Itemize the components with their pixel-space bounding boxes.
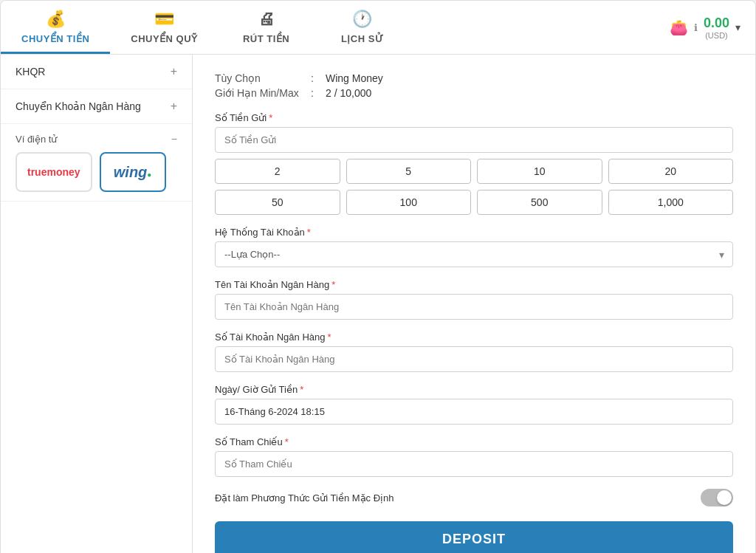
balance-currency: (USD) [704, 31, 729, 40]
balance-amount: 0.00 [704, 16, 729, 30]
quick-amounts-grid: 2 5 10 20 50 100 500 1,000 [215, 159, 733, 215]
balance-display: 0.00 (USD) [704, 16, 729, 40]
sidebar-item-chuyen-khoan[interactable]: Chuyển Khoản Ngân Hàng + [1, 89, 192, 124]
gioi-han-colon: : [311, 87, 326, 99]
amount-btn-20[interactable]: 20 [608, 159, 734, 184]
sidebar-wallet-section: Ví điện tử − truemoney wing● [1, 124, 192, 202]
wallet-options: truemoney wing● [16, 152, 177, 192]
tab-chuyen-quy-label: CHUYỂN QUỸ [131, 33, 197, 44]
tab-chuyen-tien[interactable]: 💰 CHUYỂN TIỀN [1, 1, 110, 54]
so-tai-khoan-input[interactable] [215, 346, 733, 372]
ten-tai-khoan-group: Tên Tài Khoản Ngân Hàng* [215, 279, 733, 320]
gioi-han-value: 2 / 10,000 [326, 87, 371, 99]
ngay-gio-input[interactable] [215, 399, 733, 425]
truemoney-label: truemoney [27, 166, 80, 178]
he-thong-select-wrap: --Lựa Chọn-- ▾ [215, 241, 733, 267]
rut-tien-icon: 🖨 [258, 10, 275, 29]
wallet-section-toggle-icon[interactable]: − [171, 133, 177, 145]
default-method-toggle[interactable] [701, 489, 733, 506]
so-tham-chieu-group: Số Tham Chiếu* [215, 436, 733, 477]
tuy-chon-row: Tùy Chọn : Wing Money [215, 72, 733, 84]
sidebar-chuyen-khoan-add-icon: + [171, 100, 177, 113]
balance-chevron-icon[interactable]: ▾ [735, 21, 740, 33]
info-icon[interactable]: ℹ [694, 22, 698, 33]
he-thong-group: Hệ Thống Tài Khoản* --Lựa Chọn-- ▾ [215, 227, 733, 267]
sidebar-khqr-add-icon: + [171, 65, 177, 78]
so-tham-chieu-input[interactable] [215, 451, 733, 477]
gioi-han-row: Giới Hạn Min/Max : 2 / 10,000 [215, 87, 733, 99]
chuyen-tien-icon: 💰 [46, 10, 66, 29]
tab-chuyen-quy[interactable]: 💳 CHUYỂN QUỸ [110, 1, 218, 54]
tab-lich-su-label: LỊCH SỬ [341, 33, 384, 44]
tab-lich-su[interactable]: 🕐 LỊCH SỬ [315, 1, 410, 54]
wallet-section-label: Ví điện tử [16, 134, 57, 145]
sidebar: KHQR + Chuyển Khoản Ngân Hàng + Ví điện … [1, 55, 193, 553]
wing-label: wing● [114, 164, 152, 181]
deposit-button[interactable]: DEPOSIT [215, 521, 733, 553]
he-thong-select[interactable]: --Lựa Chọn-- [215, 241, 733, 267]
sidebar-item-khqr[interactable]: KHQR + [1, 55, 192, 89]
tab-chuyen-tien-label: CHUYỂN TIỀN [21, 33, 89, 44]
toggle-label: Đặt làm Phương Thức Gửi Tiền Mặc Định [215, 492, 394, 504]
main-layout: KHQR + Chuyển Khoản Ngân Hàng + Ví điện … [1, 55, 755, 553]
so-tai-khoan-group: Số Tài Khoản Ngân Hàng* [215, 332, 733, 372]
tab-rut-tien[interactable]: 🖨 RÚT TIỀN [219, 1, 315, 54]
chuyen-quy-icon: 💳 [154, 10, 174, 29]
wallet-icon: 👛 [670, 18, 688, 36]
content-area: Tùy Chọn : Wing Money Giới Hạn Min/Max :… [193, 55, 755, 553]
sidebar-wallet-label: Ví điện tử − [16, 133, 177, 145]
toggle-row: Đặt làm Phương Thức Gửi Tiền Mặc Định [215, 489, 733, 506]
app-container: 💰 CHUYỂN TIỀN 💳 CHUYỂN QUỸ 🖨 RÚT TIỀN 🕐 … [0, 0, 756, 553]
amount-btn-50[interactable]: 50 [215, 190, 340, 215]
balance-section: 👛 ℹ 0.00 (USD) ▾ [655, 1, 755, 54]
amount-btn-500[interactable]: 500 [477, 190, 602, 215]
sidebar-khqr-label: KHQR [16, 66, 45, 78]
so-tien-gui-label: Số Tiền Gửi* [215, 112, 733, 123]
ten-tai-khoan-input[interactable] [215, 294, 733, 320]
amount-btn-5[interactable]: 5 [346, 159, 472, 184]
tab-rut-tien-label: RÚT TIỀN [243, 33, 289, 44]
lich-su-icon: 🕐 [352, 10, 372, 29]
so-tai-khoan-label: Số Tài Khoản Ngân Hàng* [215, 332, 733, 343]
amount-btn-10[interactable]: 10 [477, 159, 602, 184]
ngay-gio-label: Ngày/ Giờ Gửi Tiền* [215, 384, 733, 395]
gioi-han-label: Giới Hạn Min/Max [215, 87, 311, 99]
so-tien-gui-input[interactable] [215, 127, 733, 153]
so-tien-gui-group: Số Tiền Gửi* 2 5 10 20 50 100 500 1,000 [215, 112, 733, 215]
ten-tai-khoan-label: Tên Tài Khoản Ngân Hàng* [215, 279, 733, 290]
so-tham-chieu-label: Số Tham Chiếu* [215, 436, 733, 447]
ngay-gio-group: Ngày/ Giờ Gửi Tiền* [215, 384, 733, 425]
amount-btn-100[interactable]: 100 [346, 190, 472, 215]
form-info: Tùy Chọn : Wing Money Giới Hạn Min/Max :… [215, 72, 733, 99]
sidebar-chuyen-khoan-label: Chuyển Khoản Ngân Hàng [16, 100, 141, 112]
amount-btn-1000[interactable]: 1,000 [608, 190, 734, 215]
amount-btn-2[interactable]: 2 [215, 159, 340, 184]
wallet-wing[interactable]: wing● [100, 152, 166, 192]
toggle-knob [717, 490, 732, 505]
he-thong-label: Hệ Thống Tài Khoản* [215, 227, 733, 238]
tuy-chon-colon: : [311, 72, 326, 84]
tuy-chon-value: Wing Money [326, 72, 383, 84]
top-nav: 💰 CHUYỂN TIỀN 💳 CHUYỂN QUỸ 🖨 RÚT TIỀN 🕐 … [1, 1, 755, 55]
wallet-truemoney[interactable]: truemoney [16, 152, 92, 192]
tuy-chon-label: Tùy Chọn [215, 72, 311, 84]
